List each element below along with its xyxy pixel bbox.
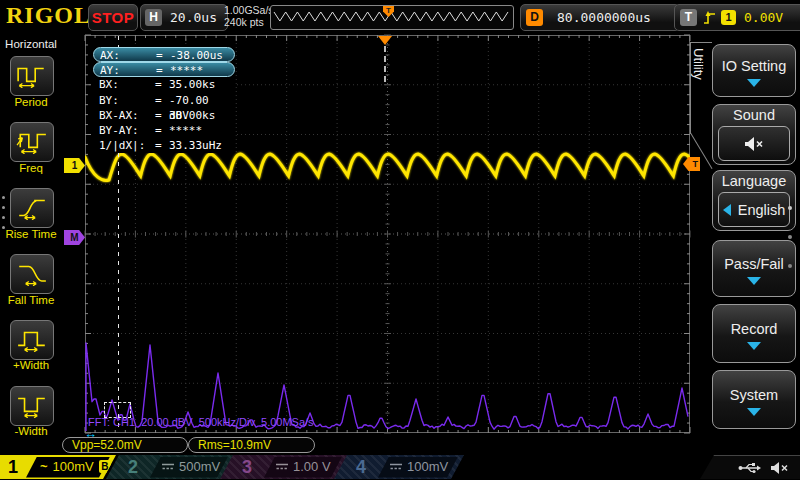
menu-io-setting[interactable]: IO Setting [712, 44, 796, 97]
status-icon-tray [700, 455, 800, 479]
cursor-row-bx: BX: = 35.00ks [93, 77, 235, 92]
speaker-muted-icon [770, 461, 790, 475]
chevron-left-icon [723, 204, 731, 216]
measurement-vpp: Vpp=52.0mV [62, 437, 188, 453]
right-menu-page-dot [788, 264, 792, 268]
channel1-scale: 100mV [53, 459, 94, 474]
cursor-row-bx-ax: BX-AX: = 30.00ks [93, 108, 235, 123]
oscilloscope-screen: RIGOL STOP H 20.0us 1.00GSa/s 240k pts T… [0, 0, 800, 480]
utility-tab-outline [690, 42, 712, 43]
dc-coupling-icon [390, 462, 402, 471]
channel1-settings: ~ 100mV B [40, 459, 111, 474]
trigger-position-line [384, 46, 386, 82]
chevron-down-icon [747, 277, 761, 285]
channel4-scale: 100mV [407, 459, 448, 474]
ac-coupling-icon: ~ [40, 459, 48, 474]
cursor-row-inv-dx: 1/|dX|: = 33.33uHz [93, 138, 235, 153]
channel3-number: 3 [242, 457, 252, 478]
cursor-measurement-panel: AX: = -38.00us AY: = ***** BX: = 35.00ks… [93, 47, 235, 153]
dc-coupling-icon [162, 462, 174, 471]
channel2-scale: 500mV [179, 459, 220, 474]
language-select[interactable]: English [718, 192, 790, 227]
channel3-scale: 1.00 V [293, 459, 331, 474]
cursor-row-ax: AX: = -38.00us [93, 47, 235, 62]
usb-icon [738, 462, 762, 474]
cursor-row-by: BY: = -70.00 dBV [93, 93, 235, 108]
language-value: English [738, 202, 786, 218]
channel3-tab[interactable]: 3 1.00 V [220, 455, 348, 479]
trigger-position-marker[interactable] [378, 36, 392, 45]
fft-status-text: FFT: CH1 20.00 dBV 500kHz/Div 5.00MSa/s [88, 416, 314, 428]
menu-record[interactable]: Record [712, 304, 796, 363]
cursor-row-ay: AY: = ***** [93, 62, 235, 77]
channel2-number: 2 [128, 457, 138, 478]
chevron-down-icon [747, 342, 761, 350]
channel1-number: 1 [8, 457, 18, 478]
channel4-number: 4 [356, 457, 366, 478]
utility-menu-tab: Utility [691, 48, 706, 80]
channel4-settings: 100mV [390, 459, 448, 474]
chevron-down-icon [747, 79, 761, 87]
channel1-tab[interactable]: 1 ~ 100mV B [0, 455, 116, 479]
chevron-down-icon [747, 408, 761, 416]
menu-pass-fail[interactable]: Pass/Fail [712, 240, 796, 297]
channel4-tab[interactable]: 4 100mV [334, 455, 464, 479]
speaker-muted-icon [743, 136, 765, 152]
right-menu-page-dot [788, 235, 792, 239]
right-menu-page-dot [788, 206, 792, 210]
channel2-tab[interactable]: 2 500mV [106, 455, 234, 479]
measurement-rms: Rms=10.9mV [188, 437, 315, 453]
sound-toggle[interactable] [718, 126, 790, 161]
menu-sound[interactable]: Sound [712, 104, 796, 165]
menu-system[interactable]: System [712, 370, 796, 429]
dc-coupling-icon [276, 462, 288, 471]
channel3-settings: 1.00 V [276, 459, 331, 474]
cursor-row-by-ay: BY-AY: = ***** [93, 123, 235, 138]
channel2-settings: 500mV [162, 459, 220, 474]
menu-language[interactable]: Language English [712, 170, 796, 231]
